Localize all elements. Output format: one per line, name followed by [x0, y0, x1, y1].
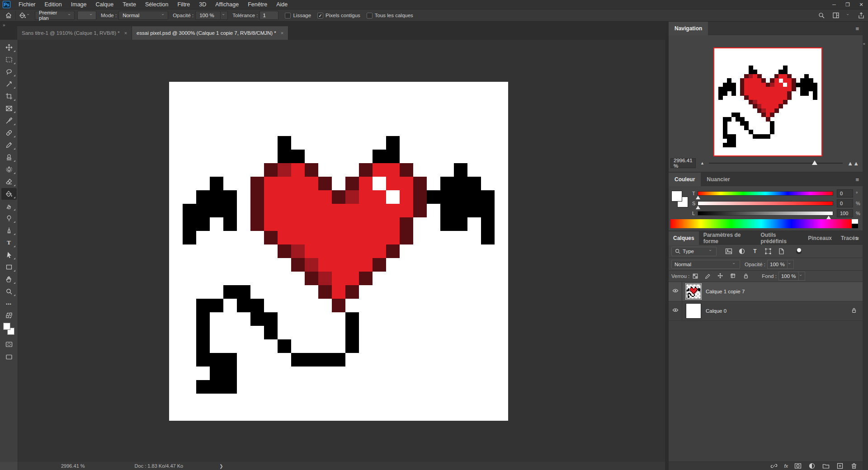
checkbox-tous-les-calques[interactable]: Tous les calques [367, 13, 413, 19]
paint-bucket-tool-icon[interactable] [19, 11, 27, 19]
navigation-zoom-slider[interactable] [709, 163, 843, 164]
link-layers-icon[interactable] [770, 462, 778, 470]
maximize-button[interactable]: ❐ [841, 0, 854, 9]
tool-type[interactable]: T [1, 237, 17, 249]
tool-frame[interactable] [1, 103, 17, 114]
workspace-icon[interactable] [832, 11, 840, 19]
collapse-panels-icon[interactable]: « [863, 42, 865, 46]
status-zoom-value[interactable]: 2996.41 % [61, 463, 85, 469]
tolerance-input[interactable]: 1 [259, 11, 278, 20]
opacity-chevron[interactable] [221, 11, 228, 20]
menu-item-edition[interactable]: Edition [40, 0, 66, 9]
checkbox-box[interactable]: ✓ [317, 13, 323, 19]
close-button[interactable]: ✕ [854, 0, 868, 9]
layer-filter-type-select[interactable]: Type [671, 247, 717, 256]
slider-thumb[interactable] [696, 196, 700, 199]
color-spectrum-ramp[interactable] [670, 219, 852, 228]
search-icon[interactable] [817, 11, 826, 19]
tool-lasso[interactable] [1, 66, 17, 78]
mode-select[interactable]: Normal [118, 11, 168, 20]
zoom-slider-thumb[interactable] [812, 160, 817, 165]
layer-row[interactable]: Calque 1 copie 7 [669, 282, 863, 301]
layer-visibility-toggle[interactable] [669, 282, 682, 301]
adjustment-layer-icon[interactable] [808, 462, 816, 470]
tool-smudge[interactable] [1, 200, 17, 212]
checkbox-box[interactable] [367, 13, 373, 19]
tool-zoom[interactable] [1, 286, 17, 297]
close-tab-icon[interactable]: × [124, 30, 127, 36]
blend-mode-select[interactable]: Normal [671, 260, 740, 269]
tool-pencil[interactable] [1, 139, 17, 151]
lock-position-icon[interactable] [717, 272, 725, 280]
status-chevron-icon[interactable]: ❯ [219, 464, 223, 469]
zoom-in-icon[interactable]: ▲▲ [847, 160, 859, 167]
layer-opacity-value[interactable]: 100 % [767, 260, 788, 269]
filter-type-icon[interactable]: T [751, 247, 759, 255]
opacity-select[interactable]: 100 % [195, 11, 221, 20]
menu-item-image[interactable]: Image [66, 0, 91, 9]
menu-item-fen-tre[interactable]: Fenêtre [243, 0, 272, 9]
delete-layer-icon[interactable] [850, 462, 858, 470]
navigation-zoom-value[interactable]: 2996.41 % [670, 158, 696, 168]
new-layer-icon[interactable] [836, 462, 844, 470]
black-swatch[interactable] [852, 224, 858, 228]
slider-track-s[interactable] [698, 201, 833, 206]
swap-colors-icon[interactable] [2, 311, 16, 320]
lock-all-icon[interactable] [742, 272, 750, 280]
checkbox-lissage[interactable]: Lissage [285, 13, 311, 19]
filter-toggle-switch[interactable] [795, 248, 802, 254]
tab-overflow-chevrons[interactable]: » [3, 23, 5, 28]
home-icon[interactable] [5, 11, 13, 19]
white-swatch[interactable] [852, 219, 858, 224]
menu-item-calque[interactable]: Calque [91, 0, 118, 9]
tool-hand[interactable] [1, 273, 17, 285]
tool-eraser[interactable] [1, 176, 17, 188]
menu-item-3d[interactable]: 3D [194, 0, 211, 9]
checkbox-pixels-contigus[interactable]: ✓Pixels contigus [317, 13, 360, 19]
tool-crop[interactable] [1, 90, 17, 102]
screen-mode-icon[interactable] [2, 352, 16, 362]
tab-nuancier[interactable]: Nuancier [701, 173, 736, 186]
slider-thumb[interactable] [826, 216, 831, 219]
navigation-proxy-view[interactable] [713, 47, 822, 156]
layer-fill-value[interactable]: 100 % [778, 272, 799, 281]
close-tab-icon[interactable]: × [281, 30, 283, 36]
panel-menu-icon[interactable]: ≡ [855, 235, 859, 242]
document-canvas[interactable] [169, 82, 508, 421]
menu-item-filtre[interactable]: Filtre [173, 0, 194, 9]
slider-track-l[interactable] [698, 211, 833, 216]
lock-artboard-icon[interactable] [729, 272, 737, 280]
slider-value[interactable]: 0 [837, 189, 853, 197]
tool-move[interactable] [1, 42, 17, 53]
slider-thumb[interactable] [696, 206, 700, 209]
layer-thumbnail[interactable] [686, 303, 701, 319]
foreground-color-swatch[interactable] [3, 323, 10, 330]
layer-name[interactable]: Calque 0 [706, 308, 726, 314]
filter-smart-object-icon[interactable] [777, 247, 785, 255]
slider-value[interactable]: 100 [837, 209, 853, 217]
tab-couleur[interactable]: Couleur [669, 173, 701, 186]
menu-item-affichage[interactable]: Affichage [211, 0, 243, 9]
add-mask-icon[interactable] [794, 462, 802, 470]
tab-outils-pr-d-finis[interactable]: Outils prédéfinis [756, 231, 804, 245]
share-icon[interactable] [857, 11, 865, 19]
layer-effects-icon[interactable]: fx [784, 463, 788, 469]
panel-menu-icon[interactable]: ≡ [855, 176, 859, 183]
zoom-out-icon[interactable]: ▲ [700, 161, 704, 165]
tool-history-brush[interactable] [1, 164, 17, 175]
filter-shape-icon[interactable] [764, 247, 772, 255]
tool-paint-bucket[interactable] [1, 188, 17, 200]
panel-divider[interactable] [665, 22, 669, 470]
chevron-down-icon[interactable] [27, 11, 31, 19]
layer-visibility-toggle[interactable] [669, 301, 682, 320]
tab-calques[interactable]: Calques [669, 231, 699, 245]
tool-magic-wand[interactable] [1, 78, 17, 90]
document-tab[interactable]: Sans titre-1 @ 1910% (Calque 1, RVB/8) *… [17, 26, 132, 40]
tab-param-tres-de-forme[interactable]: Paramètres de forme [699, 231, 756, 245]
pattern-swatch[interactable] [77, 11, 96, 20]
tab-pinceaux[interactable]: Pinceaux [803, 231, 836, 245]
panel-menu-icon[interactable]: ≡ [855, 25, 859, 32]
tool-healing[interactable] [1, 127, 17, 139]
layer-opacity-chevron[interactable] [788, 260, 794, 269]
slider-value[interactable]: 0 [837, 199, 853, 207]
